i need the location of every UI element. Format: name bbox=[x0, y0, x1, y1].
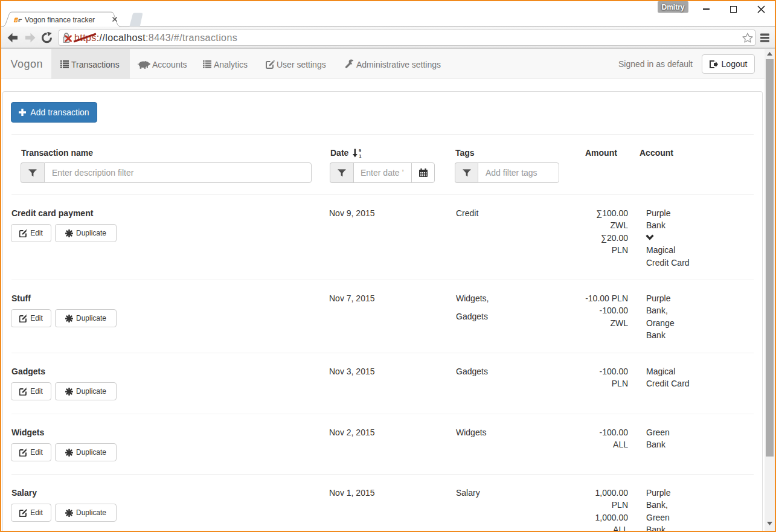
svg-text:1: 1 bbox=[359, 154, 362, 158]
svg-text:9: 9 bbox=[359, 149, 361, 153]
